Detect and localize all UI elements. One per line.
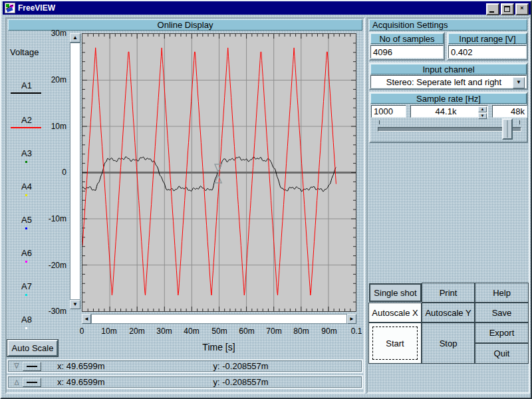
input-channel-header: Input channel <box>370 64 527 74</box>
spinner-down-icon[interactable]: ▼ <box>478 113 487 119</box>
cursor-row-1[interactable]: ∇ x: 49.6599m y: -0.208557m <box>7 359 363 373</box>
sample-rate-min-input[interactable]: 1000 <box>371 105 406 118</box>
y-tick-0: 0 <box>40 168 66 177</box>
channel-a6-color-swatch <box>25 261 27 263</box>
sample-rate-max-input[interactable]: 48k <box>492 105 527 118</box>
input-range-input[interactable]: 0.402 <box>448 45 527 59</box>
slider-tick-left <box>379 120 380 124</box>
app-window: FreeVIEW × Online Display Voltage A1 A2 … <box>0 0 532 399</box>
x-tick-01: 0.1 <box>351 327 362 336</box>
y-tick-20m: 20m <box>40 75 66 84</box>
channel-a7-color-swatch <box>25 294 27 296</box>
x-tick-10m: 10m <box>101 327 116 336</box>
plot-hscroll-left-button[interactable]: ◄ <box>82 314 91 324</box>
channel-a4-color-swatch <box>25 194 27 196</box>
y-tick-n30m: -30m <box>40 307 66 316</box>
plot-vscroll-track[interactable] <box>70 43 80 300</box>
channel-a3-label[interactable]: A3 <box>15 148 39 158</box>
channel-a4-label[interactable]: A4 <box>15 182 39 192</box>
slider-tick-right <box>519 120 520 124</box>
input-range-header: Input range [V] <box>448 33 527 44</box>
app-icon <box>5 3 15 13</box>
x-tick-20m: 20m <box>129 327 144 336</box>
y-tick-n20m: -20m <box>40 261 66 270</box>
sample-rate-spinner[interactable]: ▲ ▼ <box>478 106 487 117</box>
sample-rate-slider-handle[interactable] <box>502 118 513 140</box>
x-tick-30m: 30m <box>156 327 172 336</box>
close-button[interactable]: × <box>515 3 529 15</box>
minimize-button[interactable] <box>486 3 499 15</box>
channel-a1-label[interactable]: A1 <box>15 80 39 90</box>
auto-scale-button[interactable]: Auto Scale <box>7 340 58 356</box>
y-tick-30m: 30m <box>40 29 66 38</box>
input-channel-dropdown[interactable]: Stereo: Seperate left and right ▼ <box>370 75 527 88</box>
quit-button[interactable]: Quit <box>475 343 529 364</box>
channel-a7-label[interactable]: A7 <box>15 281 39 291</box>
cursor-1-x-value: x: 49.6599m <box>57 361 105 371</box>
start-button[interactable]: Start <box>368 323 422 364</box>
x-tick-50m: 50m <box>211 327 227 336</box>
acquisition-settings-header: Acquisition Settings <box>369 19 527 31</box>
stop-button[interactable]: Stop <box>422 323 475 364</box>
x-tick-80m: 80m <box>293 327 309 336</box>
no-of-samples-header: No of samples <box>370 33 444 44</box>
x-tick-90m: 90m <box>321 327 336 336</box>
sample-rate-header: Sample rate [Hz] <box>370 93 527 104</box>
plot-vscroll-down-button[interactable]: ▼ <box>70 300 80 309</box>
x-tick-60m: 60m <box>239 327 254 336</box>
channel-a1-color-swatch <box>11 92 41 94</box>
waveform-plot[interactable] <box>82 33 356 312</box>
autoscale-y-button[interactable]: Autoscale Y <box>422 303 475 323</box>
channel-a3-color-swatch <box>25 161 27 163</box>
y-axis-title: Voltage <box>10 47 39 57</box>
cursor-2-y-value: y: -0.208557m <box>213 377 269 387</box>
single-shot-button[interactable]: Single shot <box>370 284 421 301</box>
sample-rate-slider-track[interactable] <box>378 127 521 132</box>
cursor-1-line-style[interactable] <box>23 362 41 371</box>
print-button[interactable]: Print <box>422 283 475 303</box>
window-title: FreeVIEW <box>18 3 55 13</box>
input-channel-value: Stereo: Seperate left and right <box>386 77 501 87</box>
y-tick-10m: 10m <box>40 122 66 131</box>
channel-a5-label[interactable]: A5 <box>15 215 39 225</box>
plot-hscroll-track[interactable] <box>91 314 347 324</box>
y-tick-n10m: -10m <box>40 214 66 223</box>
help-button[interactable]: Help <box>475 283 529 303</box>
sample-rate-value-input[interactable]: 44.1k ▲ ▼ <box>410 105 488 118</box>
x-axis-title: Time [s] <box>166 342 272 352</box>
autoscale-x-button[interactable]: Autoscale X <box>368 303 422 323</box>
start-button-focus-ring <box>372 327 418 360</box>
cursor-2-line-style[interactable] <box>23 378 41 387</box>
spinner-up-icon[interactable]: ▲ <box>478 106 487 112</box>
save-button[interactable]: Save <box>475 303 529 323</box>
cursor-2-x-value: x: 49.6599m <box>57 377 105 387</box>
title-bar[interactable]: FreeVIEW × <box>3 1 531 15</box>
sample-rate-value: 44.1k <box>436 106 457 116</box>
dropdown-arrow-icon[interactable]: ▼ <box>513 77 525 88</box>
plot-hscroll-right-button[interactable]: ► <box>347 314 356 324</box>
channel-a8-color-swatch <box>25 327 27 329</box>
cursor-row-2[interactable]: ∆ x: 49.6599m y: -0.208557m <box>7 375 363 389</box>
cursor-down-triangle-icon: ∇ <box>12 362 21 370</box>
x-tick-0: 0 <box>80 327 84 336</box>
cursor-1-y-value: y: -0.208557m <box>213 361 269 371</box>
cursor-up-triangle-icon: ∆ <box>12 378 21 386</box>
export-button[interactable]: Export <box>475 323 529 343</box>
no-of-samples-input[interactable]: 4096 <box>370 45 444 59</box>
x-tick-40m: 40m <box>184 327 199 336</box>
plot-vscroll-up-button[interactable]: ▲ <box>70 33 80 43</box>
channel-a8-label[interactable]: A8 <box>15 315 39 325</box>
channel-a6-label[interactable]: A6 <box>15 248 39 258</box>
channel-a2-color-swatch <box>11 127 41 128</box>
x-tick-70m: 70m <box>266 327 281 336</box>
channel-a2-label[interactable]: A2 <box>15 115 39 125</box>
channel-a5-color-swatch <box>25 227 27 229</box>
maximize-button[interactable] <box>501 3 514 15</box>
